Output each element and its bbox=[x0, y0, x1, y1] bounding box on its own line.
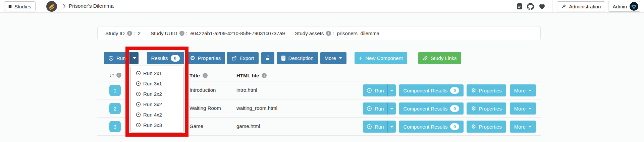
admin-user-button[interactable]: Admin bbox=[608, 1, 640, 12]
info-icon[interactable]: i bbox=[116, 73, 121, 78]
study-assets-label: Study assets bbox=[295, 30, 324, 36]
caret-down-icon bbox=[528, 126, 532, 128]
run-dropdown-item[interactable]: Run 3x2 bbox=[131, 99, 183, 110]
order-column-header: ↓↑ i bbox=[109, 72, 121, 78]
run-option-label: Run 3x3 bbox=[143, 122, 162, 128]
row-properties-button[interactable]: ⚙ Properties bbox=[467, 102, 506, 115]
more-button[interactable]: More bbox=[320, 52, 346, 64]
link-icon bbox=[423, 56, 428, 61]
component-title: Waiting Room bbox=[190, 105, 221, 111]
row-more-label: More bbox=[514, 106, 526, 112]
row-more-label: More bbox=[514, 88, 526, 93]
row-run-split-button: Run bbox=[363, 102, 396, 115]
row-more-label: More bbox=[514, 124, 526, 130]
description-label: Description bbox=[288, 55, 314, 61]
separator: : bbox=[332, 30, 334, 36]
app-logo[interactable] bbox=[46, 1, 57, 12]
run-option-label: Run 4x2 bbox=[143, 112, 162, 118]
study-assets-group: Study assets i : prisoners_dilemma bbox=[295, 30, 379, 36]
row-run-button[interactable]: Run bbox=[363, 121, 388, 133]
play-circle-icon bbox=[136, 123, 141, 128]
order-drag-handle[interactable]: 3 bbox=[109, 121, 121, 132]
row-run-button[interactable]: Run bbox=[363, 84, 388, 96]
wrench-icon bbox=[561, 4, 566, 9]
github-icon[interactable] bbox=[527, 3, 534, 10]
study-toolbar: Run Results 0 ⚙ Properties Export bbox=[97, 52, 541, 64]
play-circle-icon bbox=[367, 88, 372, 93]
properties-button[interactable]: ⚙ Properties bbox=[186, 52, 225, 64]
info-icon[interactable]: i bbox=[262, 73, 267, 78]
row-more-button[interactable]: More bbox=[510, 121, 536, 133]
run-dropdown-item[interactable]: Run 3x3 bbox=[131, 120, 183, 130]
run-dropdown-toggle[interactable] bbox=[130, 52, 139, 64]
new-component-button[interactable]: + New Component bbox=[355, 52, 407, 64]
play-circle-icon bbox=[136, 91, 141, 96]
heart-icon[interactable] bbox=[539, 3, 545, 10]
play-circle-icon bbox=[136, 81, 141, 86]
more-label: More bbox=[325, 55, 336, 61]
row-run-button[interactable]: Run bbox=[363, 102, 388, 115]
description-button[interactable]: Description bbox=[277, 52, 318, 64]
info-icon[interactable]: i bbox=[326, 31, 331, 36]
play-circle-icon bbox=[136, 112, 141, 117]
row-more-button[interactable]: More bbox=[510, 84, 536, 96]
row-properties-button[interactable]: ⚙ Properties bbox=[467, 121, 506, 133]
row-run-split-button: Run bbox=[363, 121, 396, 133]
breadcrumb-current: Prisoner's Dilemma bbox=[69, 3, 114, 9]
run-dropdown-item[interactable]: Run 3x1 bbox=[131, 78, 183, 89]
info-icon[interactable]: i bbox=[127, 31, 132, 36]
play-circle-icon bbox=[367, 106, 372, 111]
studies-label: Studies bbox=[14, 4, 31, 9]
run-dropdown-item[interactable]: Run 2x1 bbox=[131, 68, 183, 78]
lock-open-icon bbox=[265, 55, 270, 61]
gear-icon: ⚙ bbox=[471, 106, 476, 112]
component-results-label: Component Results bbox=[403, 106, 447, 112]
row-run-label: Run bbox=[375, 88, 384, 93]
studies-menu-button[interactable]: ≡ Studies bbox=[4, 1, 36, 11]
docs-icon[interactable] bbox=[517, 3, 522, 10]
study-links-button[interactable]: Study Links bbox=[418, 52, 461, 64]
component-title: Introduction bbox=[190, 87, 216, 93]
lock-button[interactable] bbox=[261, 52, 274, 64]
component-results-button[interactable]: Component Results 0 bbox=[399, 121, 464, 133]
info-icon[interactable]: i bbox=[179, 31, 184, 36]
separator: : bbox=[133, 30, 135, 36]
caret-down-icon bbox=[390, 90, 393, 91]
info-icon[interactable]: i bbox=[203, 73, 208, 78]
component-results-count-badge: 0 bbox=[450, 123, 459, 130]
study-links-label: Study Links bbox=[431, 55, 457, 61]
row-more-button[interactable]: More bbox=[510, 102, 536, 115]
caret-down-icon bbox=[390, 108, 393, 110]
order-drag-handle[interactable]: 1 bbox=[109, 85, 121, 96]
run-dropdown-item[interactable]: Run 4x2 bbox=[131, 110, 183, 120]
results-button[interactable]: Results 0 bbox=[147, 52, 184, 64]
gear-icon: ⚙ bbox=[190, 55, 195, 61]
study-uuid-group: Study UUID i : e0422ab1-a209-4210-85f9-7… bbox=[151, 30, 285, 36]
title-column-header: Title i bbox=[190, 73, 208, 78]
study-assets-value: prisoners_dilemma bbox=[337, 30, 379, 36]
component-results-button[interactable]: Component Results 0 bbox=[399, 84, 464, 96]
row-run-label: Run bbox=[375, 124, 384, 130]
study-info-card: Study ID i : 2 Study UUID i : e0422ab1-a… bbox=[97, 26, 541, 40]
run-dropdown-item[interactable]: Run 2x2 bbox=[131, 89, 183, 99]
row-run-dropdown-toggle[interactable] bbox=[387, 84, 396, 96]
component-results-button[interactable]: Component Results 0 bbox=[399, 102, 464, 115]
row-properties-button[interactable]: ⚙ Properties bbox=[467, 84, 506, 96]
description-icon bbox=[281, 55, 286, 61]
row-properties-label: Properties bbox=[479, 88, 501, 93]
order-drag-handle[interactable]: 2 bbox=[109, 103, 121, 114]
caret-down-icon bbox=[528, 108, 532, 110]
html-file-column-header: HTML file i bbox=[236, 73, 267, 78]
play-circle-icon bbox=[136, 71, 141, 76]
play-circle-icon bbox=[367, 124, 372, 129]
breadcrumb-chevron-icon bbox=[63, 4, 66, 9]
play-circle-icon bbox=[136, 102, 141, 107]
row-run-dropdown-toggle[interactable] bbox=[387, 102, 396, 115]
export-button[interactable]: Export bbox=[227, 52, 258, 64]
row-run-dropdown-toggle[interactable] bbox=[387, 121, 396, 133]
run-split-button: Run bbox=[104, 52, 139, 64]
run-button[interactable]: Run bbox=[104, 52, 130, 64]
run-option-label: Run 3x1 bbox=[143, 81, 162, 86]
administration-button[interactable]: Administration bbox=[557, 1, 605, 11]
run-dropdown-menu: Run 2x1 Run 3x1 Run 2x2 Run 3x2 Run 4x2 … bbox=[130, 66, 183, 133]
